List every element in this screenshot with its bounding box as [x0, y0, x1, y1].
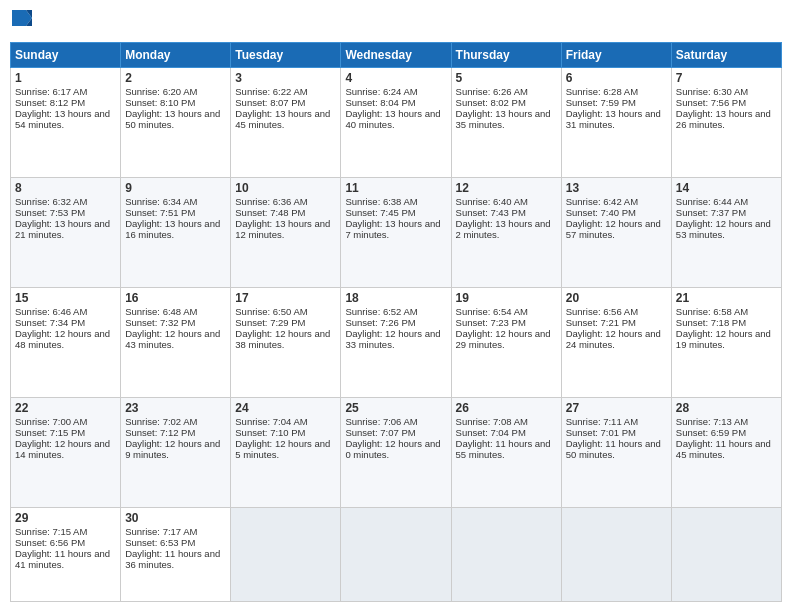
table-row: 2Sunrise: 6:20 AMSunset: 8:10 PMDaylight… — [121, 68, 231, 178]
daylight-label: Daylight: 11 hours and 45 minutes. — [676, 438, 771, 460]
table-row: 11Sunrise: 6:38 AMSunset: 7:45 PMDayligh… — [341, 178, 451, 288]
sunset-label: Sunset: 7:29 PM — [235, 317, 305, 328]
sunrise-label: Sunrise: 6:32 AM — [15, 196, 87, 207]
day-number: 25 — [345, 401, 446, 415]
logo — [10, 10, 38, 34]
sunrise-label: Sunrise: 6:17 AM — [15, 86, 87, 97]
sunset-label: Sunset: 7:12 PM — [125, 427, 195, 438]
sunset-label: Sunset: 7:04 PM — [456, 427, 526, 438]
table-row: 16Sunrise: 6:48 AMSunset: 7:32 PMDayligh… — [121, 288, 231, 398]
sunset-label: Sunset: 8:04 PM — [345, 97, 415, 108]
day-number: 20 — [566, 291, 667, 305]
page: SundayMondayTuesdayWednesdayThursdayFrid… — [0, 0, 792, 612]
daylight-label: Daylight: 11 hours and 36 minutes. — [125, 548, 220, 570]
table-row: 26Sunrise: 7:08 AMSunset: 7:04 PMDayligh… — [451, 398, 561, 508]
sunset-label: Sunset: 7:23 PM — [456, 317, 526, 328]
sunset-label: Sunset: 7:43 PM — [456, 207, 526, 218]
sunrise-label: Sunrise: 7:08 AM — [456, 416, 528, 427]
daylight-label: Daylight: 11 hours and 50 minutes. — [566, 438, 661, 460]
daylight-label: Daylight: 12 hours and 29 minutes. — [456, 328, 551, 350]
sunset-label: Sunset: 8:10 PM — [125, 97, 195, 108]
day-header-thursday: Thursday — [451, 43, 561, 68]
sunset-label: Sunset: 6:59 PM — [676, 427, 746, 438]
daylight-label: Daylight: 12 hours and 53 minutes. — [676, 218, 771, 240]
table-row: 18Sunrise: 6:52 AMSunset: 7:26 PMDayligh… — [341, 288, 451, 398]
day-number: 30 — [125, 511, 226, 525]
daylight-label: Daylight: 13 hours and 21 minutes. — [15, 218, 110, 240]
sunset-label: Sunset: 7:59 PM — [566, 97, 636, 108]
table-row: 15Sunrise: 6:46 AMSunset: 7:34 PMDayligh… — [11, 288, 121, 398]
day-number: 17 — [235, 291, 336, 305]
sunrise-label: Sunrise: 6:52 AM — [345, 306, 417, 317]
daylight-label: Daylight: 13 hours and 31 minutes. — [566, 108, 661, 130]
day-number: 4 — [345, 71, 446, 85]
sunrise-label: Sunrise: 7:00 AM — [15, 416, 87, 427]
sunrise-label: Sunrise: 7:13 AM — [676, 416, 748, 427]
table-row: 13Sunrise: 6:42 AMSunset: 7:40 PMDayligh… — [561, 178, 671, 288]
sunrise-label: Sunrise: 6:24 AM — [345, 86, 417, 97]
sunrise-label: Sunrise: 7:17 AM — [125, 526, 197, 537]
sunrise-label: Sunrise: 7:15 AM — [15, 526, 87, 537]
sunset-label: Sunset: 7:34 PM — [15, 317, 85, 328]
table-row: 21Sunrise: 6:58 AMSunset: 7:18 PMDayligh… — [671, 288, 781, 398]
day-number: 19 — [456, 291, 557, 305]
day-number: 23 — [125, 401, 226, 415]
day-number: 2 — [125, 71, 226, 85]
sunrise-label: Sunrise: 6:58 AM — [676, 306, 748, 317]
table-row: 7Sunrise: 6:30 AMSunset: 7:56 PMDaylight… — [671, 68, 781, 178]
daylight-label: Daylight: 13 hours and 40 minutes. — [345, 108, 440, 130]
table-row — [671, 508, 781, 602]
day-number: 8 — [15, 181, 116, 195]
day-number: 18 — [345, 291, 446, 305]
calendar-table: SundayMondayTuesdayWednesdayThursdayFrid… — [10, 42, 782, 602]
sunset-label: Sunset: 7:53 PM — [15, 207, 85, 218]
day-number: 7 — [676, 71, 777, 85]
day-number: 12 — [456, 181, 557, 195]
daylight-label: Daylight: 12 hours and 5 minutes. — [235, 438, 330, 460]
table-row: 25Sunrise: 7:06 AMSunset: 7:07 PMDayligh… — [341, 398, 451, 508]
sunrise-label: Sunrise: 6:38 AM — [345, 196, 417, 207]
table-row: 24Sunrise: 7:04 AMSunset: 7:10 PMDayligh… — [231, 398, 341, 508]
table-row: 14Sunrise: 6:44 AMSunset: 7:37 PMDayligh… — [671, 178, 781, 288]
sunset-label: Sunset: 7:32 PM — [125, 317, 195, 328]
table-row — [231, 508, 341, 602]
sunset-label: Sunset: 7:21 PM — [566, 317, 636, 328]
table-row: 17Sunrise: 6:50 AMSunset: 7:29 PMDayligh… — [231, 288, 341, 398]
day-number: 5 — [456, 71, 557, 85]
sunset-label: Sunset: 7:40 PM — [566, 207, 636, 218]
sunrise-label: Sunrise: 6:56 AM — [566, 306, 638, 317]
day-number: 11 — [345, 181, 446, 195]
table-row: 30Sunrise: 7:17 AMSunset: 6:53 PMDayligh… — [121, 508, 231, 602]
day-header-saturday: Saturday — [671, 43, 781, 68]
day-number: 3 — [235, 71, 336, 85]
logo-icon — [12, 10, 32, 34]
day-header-monday: Monday — [121, 43, 231, 68]
day-number: 26 — [456, 401, 557, 415]
sunrise-label: Sunrise: 6:30 AM — [676, 86, 748, 97]
table-row — [561, 508, 671, 602]
table-row: 29Sunrise: 7:15 AMSunset: 6:56 PMDayligh… — [11, 508, 121, 602]
sunrise-label: Sunrise: 6:44 AM — [676, 196, 748, 207]
day-number: 10 — [235, 181, 336, 195]
sunset-label: Sunset: 7:45 PM — [345, 207, 415, 218]
sunset-label: Sunset: 7:10 PM — [235, 427, 305, 438]
sunset-label: Sunset: 7:51 PM — [125, 207, 195, 218]
sunrise-label: Sunrise: 6:46 AM — [15, 306, 87, 317]
sunset-label: Sunset: 8:02 PM — [456, 97, 526, 108]
daylight-label: Daylight: 13 hours and 54 minutes. — [15, 108, 110, 130]
daylight-label: Daylight: 12 hours and 43 minutes. — [125, 328, 220, 350]
daylight-label: Daylight: 13 hours and 45 minutes. — [235, 108, 330, 130]
sunrise-label: Sunrise: 6:40 AM — [456, 196, 528, 207]
sunset-label: Sunset: 8:12 PM — [15, 97, 85, 108]
header — [10, 10, 782, 34]
daylight-label: Daylight: 11 hours and 41 minutes. — [15, 548, 110, 570]
table-row: 28Sunrise: 7:13 AMSunset: 6:59 PMDayligh… — [671, 398, 781, 508]
sunrise-label: Sunrise: 6:50 AM — [235, 306, 307, 317]
table-row: 1Sunrise: 6:17 AMSunset: 8:12 PMDaylight… — [11, 68, 121, 178]
table-row: 8Sunrise: 6:32 AMSunset: 7:53 PMDaylight… — [11, 178, 121, 288]
table-row: 3Sunrise: 6:22 AMSunset: 8:07 PMDaylight… — [231, 68, 341, 178]
sunrise-label: Sunrise: 6:48 AM — [125, 306, 197, 317]
daylight-label: Daylight: 12 hours and 19 minutes. — [676, 328, 771, 350]
sunrise-label: Sunrise: 6:22 AM — [235, 86, 307, 97]
day-number: 15 — [15, 291, 116, 305]
